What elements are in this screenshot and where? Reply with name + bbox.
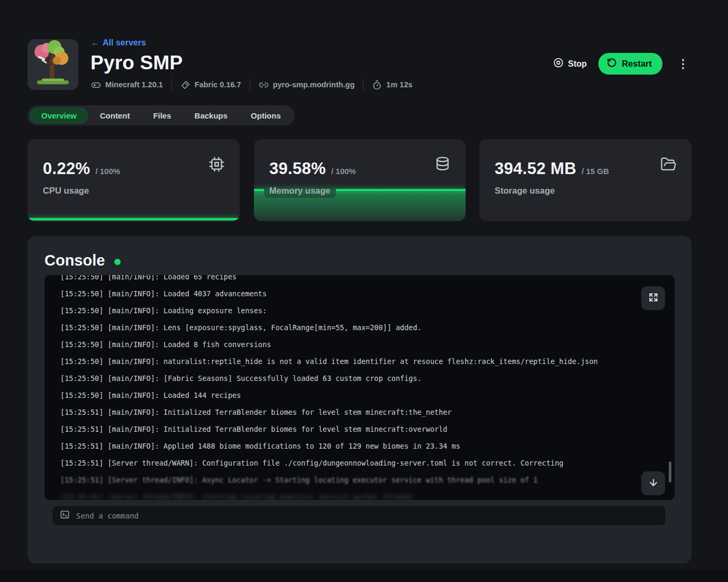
console-line: [15:25:50] [main/INFO]: Loading exposure… xyxy=(60,302,675,319)
header-actions: Stop Restart ⋮ xyxy=(553,53,692,75)
meta-divider xyxy=(171,78,172,91)
back-link-label: All servers xyxy=(103,38,146,48)
console-line: [15:25:50] [main/INFO]: Loaded 8 fish co… xyxy=(60,336,675,353)
restart-button-label: Restart xyxy=(622,59,652,69)
cpu-usage-bar xyxy=(28,218,240,221)
stop-icon xyxy=(553,57,564,70)
server-panel-page: ← All servers Pyro SMP Minecraft 1.20.1F… xyxy=(0,0,728,582)
meta-divider xyxy=(250,78,250,91)
console-scrollbar-thumb[interactable] xyxy=(669,461,671,483)
expand-icon xyxy=(648,292,659,304)
restart-icon xyxy=(607,58,617,70)
server-meta-item: Minecraft 1.20.1 xyxy=(91,80,163,90)
cpu-icon xyxy=(208,156,225,175)
tab-backups[interactable]: Backups xyxy=(183,107,240,124)
storage-usage-limit: / 15 GB xyxy=(581,167,609,176)
memory-usage-value: 39.58% xyxy=(269,159,326,178)
stop-button-label: Stop xyxy=(568,59,587,69)
console-line: [15:25:51] [main/INFO]: Initialized Terr… xyxy=(60,404,675,421)
arrow-down-icon xyxy=(648,477,659,489)
database-icon xyxy=(434,156,451,175)
console-output[interactable]: [15:25:50] [main/INFO]: Loaded 65 recipe… xyxy=(44,275,675,500)
fabric-icon xyxy=(180,80,190,90)
command-input-wrapper xyxy=(52,505,666,526)
gamepad-icon xyxy=(91,80,101,90)
console-line: [15:25:50] [main/INFO]: Loaded 4037 adva… xyxy=(60,285,675,302)
console-line: [15:25:50] [main/INFO]: Lens [exposure:s… xyxy=(60,319,675,336)
server-meta-label: Minecraft 1.20.1 xyxy=(105,80,163,89)
page-title: Pyro SMP xyxy=(90,52,183,74)
tree-pixel-art xyxy=(28,39,78,90)
stop-button[interactable]: Stop xyxy=(553,57,587,70)
server-meta-label: 1m 12s xyxy=(386,80,412,89)
memory-usage-limit: / 100% xyxy=(331,167,356,176)
restart-button[interactable]: Restart xyxy=(598,53,662,75)
tab-options[interactable]: Options xyxy=(239,107,293,124)
cpu-usage-label: CPU usage xyxy=(43,186,89,196)
tab-files[interactable]: Files xyxy=(141,107,183,124)
console-line: [15:25:50] [main/INFO]: [Fabric Seasons]… xyxy=(60,370,675,387)
console-card: Console [15:25:50] [main/INFO]: Loaded 6… xyxy=(28,236,691,563)
memory-usage-label: Memory usage xyxy=(264,184,336,198)
console-line: [15:25:50] [main/INFO]: naturalist:repti… xyxy=(60,353,675,370)
storage-usage-value: 394.52 MB xyxy=(495,159,576,178)
console-line: [15:25:50] [main/INFO]: Loaded 65 recipe… xyxy=(60,275,675,285)
cpu-usage-limit: / 100% xyxy=(95,167,120,176)
console-line: [15:25:51] [Server thread/INFO]: Startin… xyxy=(60,488,675,500)
console-log: [15:25:50] [main/INFO]: Loaded 65 recipe… xyxy=(44,275,675,500)
console-line: [15:25:51] [Server thread/WARN]: Configu… xyxy=(60,454,675,471)
memory-usage-card: 39.58% / 100% Memory usage xyxy=(254,139,466,221)
server-meta-item: 1m 12s xyxy=(372,80,412,90)
arrow-left-icon: ← xyxy=(91,38,99,48)
server-meta-item[interactable]: pyro-smp.modrinth.gg xyxy=(259,80,355,90)
server-meta-row: Minecraft 1.20.1Fabric 0.16.7pyro-smp.mo… xyxy=(91,78,413,92)
console-line: [15:25:51] [Server thread/INFO]: Async L… xyxy=(60,471,675,488)
server-tabs: OverviewContentFilesBackupsOptions xyxy=(28,105,295,125)
folder-open-icon xyxy=(660,156,677,175)
overflow-menu-button[interactable]: ⋮ xyxy=(674,56,692,72)
storage-usage-label: Storage usage xyxy=(495,186,555,196)
console-line: [15:25:50] [main/INFO]: Loaded 144 recip… xyxy=(60,387,675,404)
link-icon xyxy=(259,80,269,90)
expand-console-button[interactable] xyxy=(641,286,665,310)
page-bottom-strip xyxy=(0,569,728,582)
storage-usage-card: 394.52 MB / 15 GB Storage usage xyxy=(479,139,691,221)
stopwatch-icon xyxy=(372,80,382,90)
terminal-icon xyxy=(60,510,70,522)
tab-content[interactable]: Content xyxy=(88,107,142,124)
meta-divider xyxy=(363,78,363,91)
server-meta-item: Fabric 0.16.7 xyxy=(180,80,241,90)
console-line: [15:25:51] [main/INFO]: Applied 1488 bio… xyxy=(60,438,675,454)
command-input[interactable] xyxy=(76,512,658,520)
scroll-to-bottom-button[interactable] xyxy=(641,471,665,495)
server-avatar xyxy=(28,39,78,90)
cpu-usage-card: 0.22% / 100% CPU usage xyxy=(28,139,240,221)
server-meta-label: Fabric 0.16.7 xyxy=(195,80,241,89)
console-line: [15:25:51] [main/INFO]: Initialized Terr… xyxy=(60,421,675,438)
back-to-all-servers-link[interactable]: ← All servers xyxy=(91,38,146,48)
server-meta-label: pyro-smp.modrinth.gg xyxy=(273,80,355,89)
tab-overview[interactable]: Overview xyxy=(30,107,88,124)
console-title: Console xyxy=(44,252,105,269)
cpu-usage-value: 0.22% xyxy=(43,159,90,178)
online-status-dot xyxy=(114,259,121,265)
